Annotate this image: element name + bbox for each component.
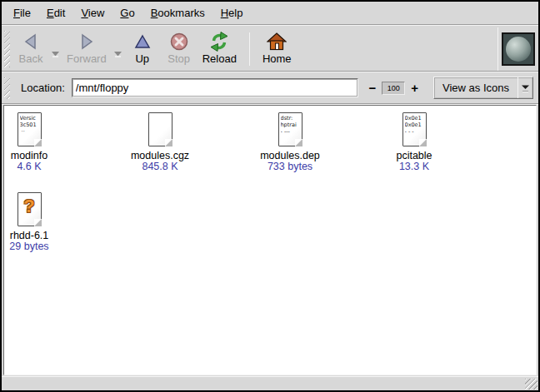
forward-icon	[77, 31, 97, 52]
location-label: Location:	[21, 82, 65, 94]
stop-label: Stop	[168, 52, 190, 65]
file-size: 4.6 K	[17, 161, 41, 172]
toolbar: Back Forward Up	[2, 26, 538, 71]
file-name: modules.dep	[260, 150, 320, 161]
forward-history-dropdown[interactable]	[112, 27, 124, 71]
toolbar-spacer	[297, 27, 498, 71]
throbber-globe-icon	[506, 37, 531, 62]
location-bar-drag-handle[interactable]	[4, 77, 10, 99]
home-button[interactable]: Home	[258, 27, 297, 71]
unknown-file-icon: ?	[18, 192, 42, 226]
archive-file-icon	[148, 112, 172, 146]
status-bar	[2, 376, 538, 390]
chevron-down-icon	[113, 51, 122, 57]
back-label: Back	[19, 52, 43, 65]
back-icon	[21, 31, 41, 52]
throbber	[502, 32, 535, 66]
file-item-modinfo[interactable]: Versic3c501 ·· modinfo 4.6 K	[3, 110, 71, 172]
file-manager-window: File Edit View Go Bookmarks Help Back Fo…	[0, 0, 540, 392]
menu-go[interactable]: Go	[113, 3, 141, 22]
file-size: 29 bytes	[9, 241, 48, 252]
zoom-out-button[interactable]: −	[366, 82, 380, 94]
zoom-in-button[interactable]: +	[408, 82, 422, 94]
reload-button[interactable]: Reload	[198, 27, 242, 71]
file-name: modules.cgz	[131, 150, 189, 161]
home-label: Home	[262, 52, 292, 65]
up-button[interactable]: Up	[124, 27, 161, 71]
back-history-dropdown[interactable]	[49, 27, 62, 71]
home-icon	[267, 31, 287, 52]
zoom-control: − 100 +	[366, 82, 422, 95]
file-size: 733 bytes	[268, 161, 312, 172]
text-file-icon: dstr: hptrai- ---	[278, 112, 302, 146]
text-file-icon: 0x0e10x0e1- - -	[402, 112, 427, 146]
location-bar: Location: − 100 + View as Icons	[2, 72, 538, 103]
forward-label: Forward	[67, 52, 107, 65]
reload-icon	[209, 31, 229, 52]
file-item-modules-cgz[interactable]: modules.cgz 845.8 K	[118, 110, 202, 172]
view-mode-label: View as Icons	[442, 82, 518, 94]
dropdown-arrow-icon	[518, 84, 532, 92]
view-mode-dropdown[interactable]: View as Icons	[433, 77, 533, 99]
forward-button[interactable]: Forward	[62, 27, 112, 71]
up-icon	[132, 31, 152, 52]
up-label: Up	[135, 52, 149, 65]
throbber-area	[498, 27, 538, 71]
location-input[interactable]	[72, 78, 358, 97]
question-mark-glyph: ?	[18, 196, 41, 216]
back-button[interactable]: Back	[12, 27, 49, 71]
menu-bookmarks[interactable]: Bookmarks	[144, 3, 212, 22]
toolbar-separator	[249, 32, 250, 66]
resize-grip[interactable]	[525, 379, 538, 390]
menu-help[interactable]: Help	[214, 3, 250, 22]
zoom-level-indicator[interactable]: 100	[382, 82, 405, 95]
file-name: pcitable	[396, 150, 432, 161]
stop-icon	[169, 31, 189, 52]
file-item-pcitable[interactable]: 0x0e10x0e1- - - pcitable 13.3 K	[372, 110, 456, 172]
file-name: modinfo	[11, 150, 48, 161]
file-item-rhdd-6-1[interactable]: ? rhdd-6.1 29 bytes	[3, 190, 71, 252]
stop-button[interactable]: Stop	[161, 27, 198, 71]
file-name: rhdd-6.1	[10, 230, 49, 241]
chevron-down-icon	[51, 51, 60, 57]
menu-bar: File Edit View Go Bookmarks Help	[2, 2, 538, 24]
menu-view[interactable]: View	[74, 3, 111, 22]
file-icon-view[interactable]: Versic3c501 ·· modinfo 4.6 K modules.cgz…	[3, 105, 537, 375]
toolbar-drag-handle[interactable]	[4, 31, 10, 67]
file-size: 845.8 K	[142, 161, 178, 172]
file-item-modules-dep[interactable]: dstr: hptrai- --- modules.dep 733 bytes	[248, 110, 332, 172]
text-file-icon: Versic3c501 ··	[18, 112, 42, 146]
menu-file[interactable]: File	[7, 3, 38, 22]
file-size: 13.3 K	[399, 161, 429, 172]
menu-edit[interactable]: Edit	[40, 3, 72, 22]
reload-label: Reload	[202, 52, 237, 65]
